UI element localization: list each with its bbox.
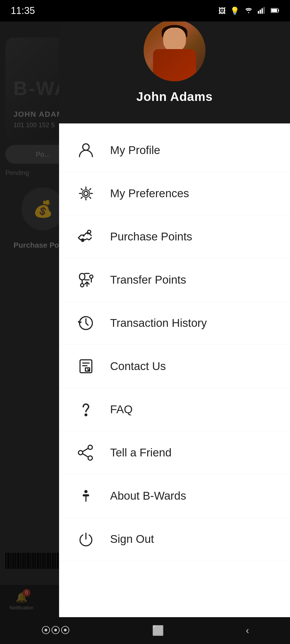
- my-profile-label: My Profile: [110, 144, 160, 157]
- svg-point-50: [83, 144, 89, 150]
- side-drawer: John Adams My Profile My Prefere: [59, 0, 290, 617]
- transfer-icon: [75, 269, 97, 291]
- menu-item-purchase-points[interactable]: Purchase Points: [59, 215, 290, 258]
- handshake-icon: [75, 226, 97, 247]
- location-icon: 💡: [230, 6, 240, 15]
- menu-item-my-profile[interactable]: My Profile: [59, 129, 290, 172]
- svg-rect-44: [260, 10, 261, 14]
- menu-item-sign-out[interactable]: Sign Out: [59, 518, 290, 561]
- transaction-history-label: Transaction History: [110, 317, 207, 330]
- battery-icon: [271, 6, 279, 15]
- power-icon: [75, 528, 97, 550]
- menu-item-my-preferences[interactable]: My Preferences: [59, 172, 290, 215]
- status-bar: 11:35 🖼 💡: [0, 0, 290, 21]
- faq-label: FAQ: [110, 403, 133, 416]
- svg-point-63: [88, 456, 92, 460]
- user-name: John Adams: [136, 89, 213, 104]
- svg-point-51: [84, 191, 88, 196]
- svg-point-62: [78, 451, 83, 455]
- svg-rect-65: [83, 495, 89, 496]
- svg-rect-45: [262, 8, 263, 14]
- svg-point-54: [82, 239, 84, 241]
- menu-item-transaction-history[interactable]: Transaction History: [59, 302, 290, 345]
- wifi-icon: [244, 6, 253, 16]
- menu-item-about-bwards[interactable]: About B-Wards: [59, 474, 290, 518]
- my-preferences-label: My Preferences: [110, 187, 189, 200]
- sign-out-label: Sign Out: [110, 533, 154, 546]
- drawer-menu: My Profile My Preferences: [59, 123, 290, 617]
- gear-icon: [75, 183, 97, 204]
- purchase-points-label: Purchase Points: [110, 230, 192, 243]
- svg-rect-43: [258, 11, 259, 14]
- history-icon: [75, 312, 97, 334]
- svg-point-60: [85, 414, 87, 416]
- menu-button[interactable]: ⦿⦿⦿: [41, 625, 70, 636]
- person-icon: [75, 140, 97, 161]
- back-button[interactable]: ‹: [246, 625, 249, 636]
- menu-item-contact-us[interactable]: Contact Us: [59, 345, 290, 388]
- svg-rect-46: [263, 7, 265, 14]
- info-icon: [75, 485, 97, 507]
- menu-item-tell-a-friend[interactable]: Tell a Friend: [59, 431, 290, 474]
- contact-us-label: Contact Us: [110, 360, 166, 373]
- about-bwards-label: About B-Wards: [110, 489, 186, 502]
- svg-point-61: [88, 445, 92, 449]
- svg-rect-55: [79, 273, 85, 280]
- image-icon: 🖼: [218, 6, 226, 15]
- status-time: 11:35: [11, 5, 35, 16]
- avatar-image: [144, 20, 205, 81]
- svg-point-64: [85, 491, 87, 493]
- status-icons: 🖼 💡: [218, 6, 279, 16]
- svg-rect-49: [271, 9, 277, 12]
- transfer-points-label: Transfer Points: [110, 273, 186, 286]
- svg-rect-48: [278, 9, 279, 12]
- menu-item-transfer-points[interactable]: Transfer Points: [59, 258, 290, 302]
- avatar-body: [153, 49, 196, 81]
- question-icon: [75, 399, 97, 420]
- share-icon: [75, 442, 97, 463]
- home-button[interactable]: ⬜: [152, 625, 164, 636]
- system-nav: ⦿⦿⦿ ⬜ ‹: [0, 617, 290, 644]
- svg-point-53: [88, 230, 91, 233]
- tell-a-friend-label: Tell a Friend: [110, 446, 172, 459]
- contact-icon: [75, 356, 97, 377]
- avatar: [144, 20, 205, 81]
- signal-icon: [258, 6, 266, 16]
- menu-item-faq[interactable]: FAQ: [59, 388, 290, 431]
- avatar-face: [163, 28, 186, 52]
